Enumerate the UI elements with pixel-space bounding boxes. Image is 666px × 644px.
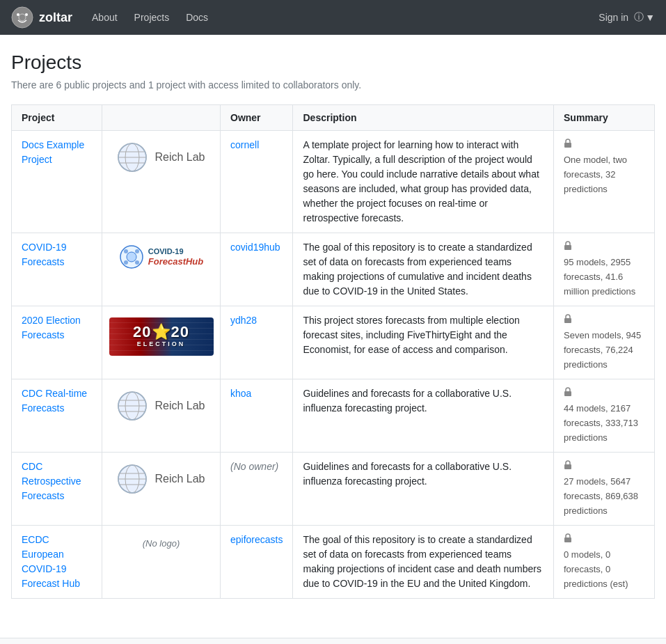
page-title: Projects — [11, 52, 655, 74]
svg-rect-10 — [564, 143, 571, 148]
zoltar-logo-icon — [11, 6, 33, 29]
project-link[interactable]: COVID-19 Forecasts — [22, 242, 67, 267]
lock-icon — [564, 534, 572, 545]
lock-icon — [564, 461, 572, 472]
summary-cell: One model, two forecasts, 32 predictions — [554, 131, 655, 233]
owner-cell: covid19hub — [221, 233, 293, 306]
lock-icon — [564, 139, 572, 150]
nav-item-docs[interactable]: Docs — [177, 12, 216, 23]
project-cell: CDC Retrospective Forecasts — [12, 453, 102, 526]
nav-link-projects[interactable]: Projects — [126, 6, 178, 29]
description-cell: A template project for learning how to i… — [293, 131, 554, 233]
summary-text: 44 models, 2167 forecasts, 333,713 predi… — [564, 403, 638, 443]
logo-reich-lab: Reich Lab — [108, 136, 214, 178]
owner-cell: cornell — [221, 131, 293, 233]
nav-link-docs[interactable]: Docs — [177, 6, 216, 29]
owner-link[interactable]: covid19hub — [230, 242, 280, 253]
svg-point-12 — [127, 252, 136, 262]
main-content: Projects There are 6 public projects and… — [0, 35, 666, 615]
description-text: A template project for learning how to i… — [303, 139, 539, 223]
help-dropdown-arrow: ▼ — [645, 12, 655, 23]
navbar-right: Sign in ⓘ ▼ — [598, 11, 655, 24]
description-cell: Guidelines and forecasts for a collabora… — [293, 453, 554, 526]
main-nav: About Projects Docs — [84, 12, 598, 23]
summary-cell: 0 models, 0 forecasts, 0 predictions (es… — [554, 526, 655, 599]
owner-cell: (No owner) — [221, 453, 293, 526]
col-header-summary: Summary — [554, 105, 655, 131]
project-link[interactable]: ECDC European COVID-19 Forecast Hub — [22, 534, 80, 589]
col-header-owner: Owner — [221, 105, 293, 131]
brand-link[interactable]: zoltar — [11, 6, 72, 29]
description-text: The goal of this repository is to create… — [303, 534, 541, 589]
owner-cell: khoa — [221, 379, 293, 453]
summary-cell: Seven models, 945 forecasts, 76,224 pred… — [554, 306, 655, 379]
project-cell: Docs Example Project — [12, 131, 102, 233]
question-icon: ⓘ — [634, 11, 644, 24]
owner-cell: epiforecasts — [221, 526, 293, 599]
logo-cell: 20⭐20 ELECTION — [102, 306, 221, 379]
table-header: Project Owner Description Summary — [12, 105, 655, 131]
page-subtitle: There are 6 public projects and 1 projec… — [11, 79, 655, 91]
svg-rect-33 — [564, 537, 571, 542]
summary-text: 27 models, 5647 forecasts, 869,638 predi… — [564, 476, 638, 516]
reich-lab-text: Reich Lab — [154, 149, 205, 166]
logo-cell: Reich Lab — [102, 453, 221, 526]
description-text: Guidelines and forecasts for a collabora… — [303, 388, 512, 414]
summary-cell: 95 models, 2955 forecasts, 41.6 million … — [554, 233, 655, 306]
svg-point-0 — [12, 7, 33, 28]
owner-link[interactable]: ydh28 — [230, 315, 257, 326]
table-row: ECDC European COVID-19 Forecast Hub (No … — [12, 526, 655, 599]
summary-text: One model, two forecasts, 32 predictions — [564, 155, 627, 194]
logo-reich-lab: Reich Lab — [108, 385, 214, 427]
col-header-project: Project — [12, 105, 102, 131]
project-link[interactable]: 2020 Election Forecasts — [22, 315, 81, 340]
svg-rect-25 — [564, 391, 571, 396]
svg-point-15 — [124, 260, 128, 265]
svg-point-16 — [135, 260, 139, 265]
project-cell: COVID-19 Forecasts — [12, 233, 102, 306]
logo-none: (No logo) — [108, 531, 214, 556]
table-row: CDC Retrospective Forecasts Reich Lab (N… — [12, 453, 655, 526]
table-row: COVID-19 Forecasts COVID-19 ForecastHub — [12, 233, 655, 306]
no-logo-text: (No logo) — [143, 537, 180, 551]
no-owner-label: (No owner) — [230, 461, 278, 472]
svg-point-13 — [124, 249, 128, 253]
brand-name: zoltar — [39, 10, 72, 25]
owner-link[interactable]: cornell — [230, 139, 259, 150]
svg-rect-18 — [564, 318, 571, 323]
table-body: Docs Example Project Reich Lab cornell A… — [12, 131, 655, 599]
nav-item-about[interactable]: About — [84, 12, 126, 23]
description-cell: This project stores forecasts from multi… — [293, 306, 554, 379]
nav-item-projects[interactable]: Projects — [126, 12, 178, 23]
footer: This website and application code are av… — [0, 638, 666, 644]
description-cell: The goal of this repository is to create… — [293, 233, 554, 306]
description-text: This project stores forecasts from multi… — [303, 315, 519, 355]
project-cell: 2020 Election Forecasts — [12, 306, 102, 379]
owner-cell: ydh28 — [221, 306, 293, 379]
summary-cell: 44 models, 2167 forecasts, 333,713 predi… — [554, 379, 655, 453]
description-cell: The goal of this repository is to create… — [293, 526, 554, 599]
project-cell: ECDC European COVID-19 Forecast Hub — [12, 526, 102, 599]
nav-link-about[interactable]: About — [84, 6, 126, 29]
description-text: The goal of this repository is to create… — [303, 242, 532, 297]
projects-table: Project Owner Description Summary Docs E… — [11, 104, 655, 599]
project-link[interactable]: Docs Example Project — [22, 139, 84, 165]
help-button[interactable]: ⓘ ▼ — [634, 11, 655, 24]
description-cell: Guidelines and forecasts for a collabora… — [293, 379, 554, 453]
summary-cell: 27 models, 5647 forecasts, 869,638 predi… — [554, 453, 655, 526]
lock-icon — [564, 388, 572, 399]
logo-election: 20⭐20 ELECTION — [108, 312, 214, 361]
reich-lab-text: Reich Lab — [154, 471, 205, 487]
summary-text: 0 models, 0 forecasts, 0 predictions (es… — [564, 549, 628, 589]
col-header-description: Description — [293, 105, 554, 131]
col-header-logo — [102, 105, 221, 131]
sign-in-link[interactable]: Sign in — [598, 12, 628, 23]
owner-link[interactable]: khoa — [230, 388, 251, 399]
project-link[interactable]: CDC Real-time Forecasts — [22, 388, 87, 414]
owner-link[interactable]: epiforecasts — [230, 534, 283, 545]
summary-text: Seven models, 945 forecasts, 76,224 pred… — [564, 330, 641, 370]
reich-lab-text: Reich Lab — [154, 398, 205, 414]
logo-cell: (No logo) — [102, 526, 221, 599]
svg-rect-17 — [564, 245, 571, 250]
project-link[interactable]: CDC Retrospective Forecasts — [22, 461, 81, 501]
